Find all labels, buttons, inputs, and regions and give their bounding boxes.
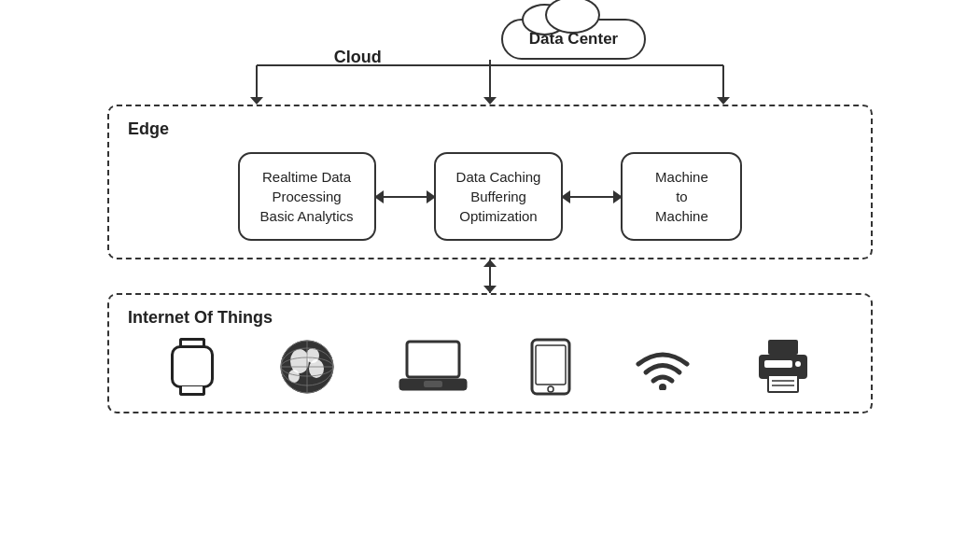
edge-section: Edge Realtime Data Processing Basic Anal… [107, 105, 873, 259]
globe-icon [277, 337, 337, 397]
watch-band-bottom [179, 386, 205, 396]
arrow-realtime-caching [376, 196, 434, 198]
wifi-svg [633, 343, 693, 390]
node-caching-line3: Optimization [459, 208, 537, 224]
node-caching-line2: Buffering [470, 189, 526, 204]
svg-rect-26 [536, 345, 566, 385]
svg-rect-24 [424, 381, 442, 387]
svg-marker-5 [250, 97, 263, 105]
node-realtime-line1: Realtime Data [262, 169, 351, 185]
iot-icons [128, 337, 852, 397]
svg-marker-6 [483, 97, 497, 105]
laptop-svg [398, 340, 469, 394]
node-m2m-line1: Machine [655, 169, 708, 185]
node-m2m: Machine to Machine [621, 152, 742, 241]
node-realtime-line3: Basic Analytics [260, 208, 354, 224]
node-m2m-line3: Machine [655, 208, 708, 224]
svg-rect-22 [407, 342, 459, 377]
svg-rect-33 [768, 375, 798, 392]
connector-svg [107, 60, 873, 105]
arrow-caching-m2m [563, 196, 621, 198]
watch-body [171, 345, 214, 388]
edge-nodes: Realtime Data Processing Basic Analytics… [128, 152, 852, 241]
svg-marker-10 [483, 286, 497, 293]
top-connectors [107, 60, 873, 105]
svg-rect-29 [768, 340, 798, 355]
cloud-box: Data Center [501, 19, 646, 60]
svg-point-28 [659, 384, 666, 390]
svg-point-32 [795, 361, 801, 367]
v-arrow-svg [480, 259, 500, 293]
diagram: Cloud Data Center Edge [70, 9, 910, 551]
svg-rect-31 [764, 360, 792, 368]
h-arrow-line-1 [382, 196, 428, 198]
cloud-box-label: Data Center [529, 30, 618, 48]
cloud-layer: Cloud Data Center [334, 19, 646, 60]
printer-icon [753, 338, 813, 396]
laptop-icon [398, 340, 469, 394]
printer-svg [753, 338, 813, 396]
tablet-icon [529, 338, 572, 396]
svg-marker-7 [717, 97, 730, 105]
svg-marker-11 [483, 259, 497, 267]
h-arrow-line-2 [568, 196, 615, 198]
svg-point-27 [548, 386, 553, 392]
node-m2m-line2: to [676, 189, 688, 204]
v-connector-edge-iot [480, 259, 500, 293]
node-realtime: Realtime Data Processing Basic Analytics [238, 152, 376, 241]
globe-svg [277, 337, 337, 397]
smartwatch-icon [168, 338, 217, 396]
node-realtime-line2: Processing [272, 189, 341, 204]
watch-shape [168, 338, 217, 396]
iot-label: Internet Of Things [128, 308, 852, 328]
node-caching-line1: Data Caching [456, 169, 541, 185]
edge-label: Edge [128, 119, 852, 139]
node-caching: Data Caching Buffering Optimization [434, 152, 564, 241]
wifi-icon [633, 343, 693, 390]
iot-section: Internet Of Things [107, 293, 873, 413]
tablet-svg [529, 338, 572, 396]
